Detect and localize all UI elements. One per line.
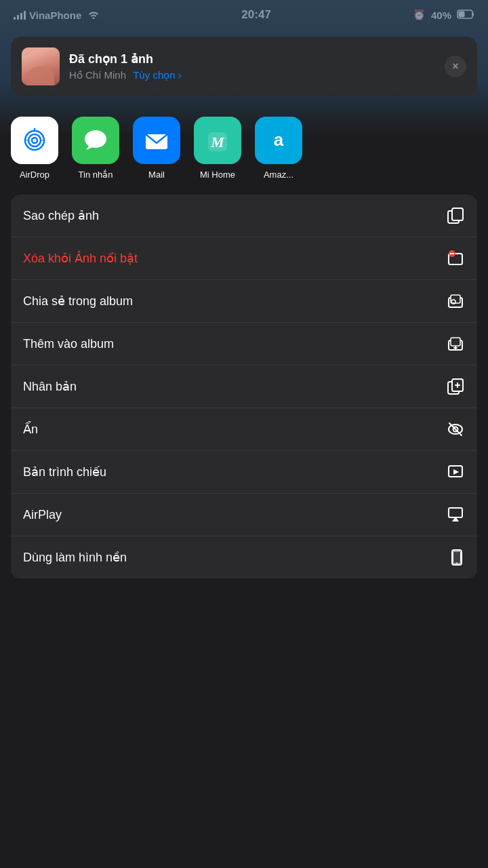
svg-point-5 — [32, 138, 37, 143]
svg-text:M: M — [210, 134, 225, 151]
airdrop-label: AirDrop — [20, 170, 49, 180]
duplicate-label: Nhân bản — [23, 379, 77, 394]
copy-photo-item[interactable]: Sao chép ảnh — [11, 195, 477, 237]
app-row: AirDrop Tin nhắn Mail — [0, 103, 488, 186]
airplay-label: AirPlay — [23, 508, 62, 522]
svg-text:a: a — [274, 130, 284, 150]
duplicate-item[interactable]: Nhân bản — [11, 366, 477, 408]
mihome-icon: M — [194, 117, 241, 164]
location-text: Hồ Chí Minh — [69, 69, 126, 81]
app-item-amazon[interactable]: a Amaz... — [255, 117, 302, 180]
slideshow-icon — [446, 462, 465, 481]
add-album-icon — [446, 334, 465, 353]
header-title: Đã chọn 1 ảnh — [69, 52, 445, 66]
header-info: Đã chọn 1 ảnh Hồ Chí Minh Tùy chọn › — [69, 52, 445, 81]
svg-point-9 — [85, 130, 106, 148]
airdrop-icon — [11, 117, 58, 164]
mail-label: Mail — [148, 170, 165, 180]
close-button[interactable]: × — [445, 56, 466, 77]
add-album-item[interactable]: Thêm vào album — [11, 323, 477, 366]
app-item-airdrop[interactable]: AirDrop — [11, 117, 58, 180]
airplay-item[interactable]: AirPlay — [11, 494, 477, 536]
hide-item[interactable]: Ẩn — [11, 408, 477, 451]
slideshow-label: Bản trình chiếu — [23, 465, 106, 479]
amazon-icon: a — [255, 117, 302, 164]
app-item-mihome[interactable]: M Mi Home — [194, 117, 241, 180]
svg-point-40 — [456, 563, 458, 564]
wallpaper-item[interactable]: Dùng làm hình nền — [11, 536, 477, 578]
remove-featured-icon — [446, 249, 465, 268]
header-subtitle: Hồ Chí Minh Tùy chọn › — [69, 69, 445, 81]
amazon-label: Amaz... — [264, 170, 293, 180]
bottom-safe-area — [0, 584, 488, 604]
svg-rect-39 — [453, 551, 461, 564]
messages-label: Tin nhắn — [79, 170, 113, 180]
share-album-icon — [446, 292, 465, 311]
svg-point-4 — [28, 134, 41, 146]
duplicate-icon — [446, 377, 465, 396]
remove-featured-item[interactable]: Xóa khỏi Ảnh nổi bật — [11, 237, 477, 280]
svg-marker-35 — [453, 469, 459, 475]
mihome-label: Mi Home — [200, 170, 235, 180]
copy-icon — [446, 206, 465, 225]
mail-icon — [133, 117, 180, 164]
add-album-label: Thêm vào album — [23, 337, 114, 351]
slideshow-item[interactable]: Bản trình chiếu — [11, 451, 477, 494]
avatar — [22, 47, 60, 85]
svg-rect-16 — [452, 208, 463, 220]
share-album-label: Chia sẻ trong album — [23, 294, 133, 309]
close-icon: × — [452, 60, 458, 73]
share-album-item[interactable]: Chia sẻ trong album — [11, 280, 477, 323]
copy-photo-label: Sao chép ảnh — [23, 208, 99, 223]
hide-label: Ẩn — [23, 422, 38, 437]
wallpaper-icon — [446, 548, 465, 567]
airplay-icon — [446, 505, 465, 524]
hide-icon — [446, 420, 465, 439]
action-list: Sao chép ảnh Xóa khỏi Ảnh nổi bật Chi — [11, 195, 477, 578]
app-item-mail[interactable]: Mail — [133, 117, 180, 180]
svg-rect-36 — [449, 508, 462, 517]
share-sheet: Đã chọn 1 ảnh Hồ Chí Minh Tùy chọn › × — [0, 37, 488, 604]
header-card: Đã chọn 1 ảnh Hồ Chí Minh Tùy chọn › × — [11, 37, 477, 96]
options-link[interactable]: Tùy chọn › — [133, 69, 182, 81]
messages-icon — [72, 117, 119, 164]
wallpaper-label: Dùng làm hình nền — [23, 550, 127, 565]
svg-rect-24 — [451, 338, 460, 346]
remove-featured-label: Xóa khỏi Ảnh nổi bật — [23, 251, 138, 266]
app-item-messages[interactable]: Tin nhắn — [72, 117, 119, 180]
